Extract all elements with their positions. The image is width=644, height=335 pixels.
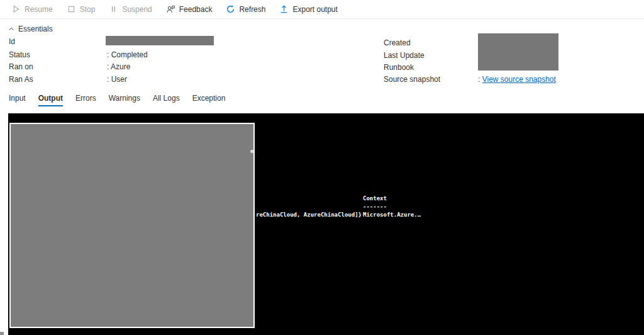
feedback-button[interactable]: Feedback <box>166 4 213 14</box>
field-source-snapshot: Source snapshot: View source snapshot <box>384 75 556 84</box>
runbook-label: Runbook <box>384 63 478 72</box>
export-output-button[interactable]: Export output <box>279 4 337 14</box>
refresh-icon <box>226 4 235 14</box>
field-ran-as: Ran As: User <box>9 75 127 84</box>
feedback-icon <box>166 4 175 14</box>
console-fragment: e <box>250 148 253 155</box>
tab-warnings[interactable]: Warnings <box>109 94 140 106</box>
source-snapshot-prefix: : <box>478 75 482 84</box>
console-line-fragment: Microsoft.Azure.… <box>363 212 421 219</box>
status-value: : Completed <box>107 50 148 59</box>
stop-button: Stop <box>67 4 96 14</box>
console-line-fragment: reChinaCloud, AzureChinaCloud]} <box>256 212 362 219</box>
console-context-underline: ------- <box>363 203 387 210</box>
field-id: Id <box>9 37 107 46</box>
ran-as-value: : User <box>107 75 127 84</box>
tab-input[interactable]: Input <box>9 94 26 106</box>
field-last-update: Last Update <box>384 51 478 60</box>
tab-errors[interactable]: Errors <box>75 94 96 106</box>
export-output-label: Export output <box>292 5 337 14</box>
chevron-up-icon <box>8 26 14 32</box>
corner-artifact <box>0 332 4 335</box>
upload-icon <box>279 4 289 14</box>
suspend-button: Suspend <box>109 4 152 14</box>
redaction-box-id <box>106 36 214 45</box>
play-icon <box>11 4 21 14</box>
feedback-label: Feedback <box>179 5 213 14</box>
essentials-header-label: Essentials <box>18 25 53 33</box>
tab-exception[interactable]: Exception <box>192 94 226 106</box>
status-label: Status <box>9 50 107 59</box>
tab-output[interactable]: Output <box>38 94 63 106</box>
ran-on-value: : Azure <box>107 62 130 71</box>
field-ran-on: Ran on: Azure <box>9 62 130 71</box>
stop-label: Stop <box>80 5 96 14</box>
pause-icon <box>109 4 118 14</box>
redaction-box-details <box>478 33 558 71</box>
command-bar: Resume Stop Suspend Feedback Refresh <box>0 0 644 19</box>
tab-all-logs[interactable]: All Logs <box>153 94 180 106</box>
tab-bar: Input Output Errors Warnings All Logs Ex… <box>9 94 225 106</box>
id-label: Id <box>9 37 107 46</box>
created-label: Created <box>384 38 478 47</box>
last-update-label: Last Update <box>384 51 478 60</box>
field-runbook: Runbook <box>384 63 478 72</box>
refresh-label: Refresh <box>239 5 265 14</box>
resume-label: Resume <box>25 5 53 14</box>
essentials-toggle[interactable]: Essentials <box>8 25 53 33</box>
refresh-button[interactable]: Refresh <box>226 4 265 14</box>
console-output-panel: e Context ------- reChinaCloud, AzureChi… <box>8 113 644 335</box>
ran-on-label: Ran on <box>9 62 107 71</box>
ran-as-label: Ran As <box>9 75 107 84</box>
resume-button: Resume <box>11 4 53 14</box>
suspend-label: Suspend <box>122 5 152 14</box>
view-source-snapshot-link[interactable]: View source snapshot <box>482 75 556 84</box>
source-snapshot-label: Source snapshot <box>384 75 478 84</box>
console-context-header: Context <box>363 195 387 202</box>
redaction-box-console <box>9 123 255 328</box>
field-status: Status: Completed <box>9 50 148 59</box>
stop-icon <box>67 4 76 14</box>
field-created: Created <box>384 38 478 47</box>
